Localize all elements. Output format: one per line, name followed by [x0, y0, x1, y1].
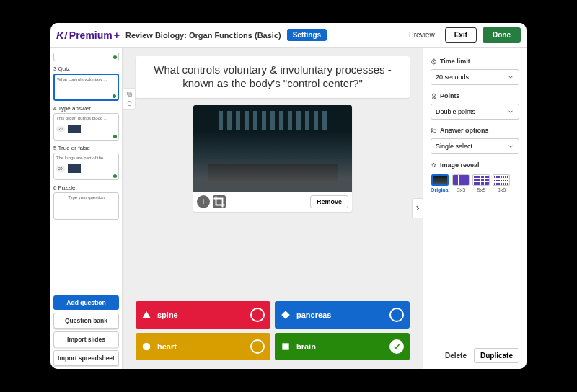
time-limit-label: Time limit — [431, 58, 519, 65]
media-card: i Remove — [193, 105, 352, 212]
slide-item[interactable] — [53, 50, 119, 61]
slide-time: 20 — [56, 126, 65, 132]
question-bank-button[interactable]: Question bank — [53, 313, 119, 329]
editor-canvas: What controls voluntary & involuntary pr… — [123, 48, 423, 369]
topbar: K! Premium + Review Biology: Organ Funct… — [50, 23, 527, 48]
svg-rect-3 — [282, 343, 288, 349]
points-value: Double points — [436, 108, 475, 115]
correct-toggle[interactable] — [389, 339, 404, 354]
answer-option[interactable]: brain — [275, 333, 410, 360]
reveal-option-3x3[interactable]: 3x3 — [452, 174, 470, 192]
import-spreadsheet-button[interactable]: Import spreadsheet — [53, 350, 119, 366]
answer-options-label: Answer options — [431, 127, 519, 134]
answer-grid: spine pancreas heart brain — [136, 301, 410, 360]
question-text[interactable]: What controls voluntary & involuntary pr… — [136, 56, 410, 98]
settings-button[interactable]: Settings — [287, 29, 327, 41]
answer-text: heart — [157, 342, 177, 351]
reveal-label: Original — [431, 187, 449, 192]
reveal-option-8x8[interactable]: 8x8 — [493, 174, 510, 192]
brand-k: K! — [56, 29, 68, 41]
exit-button[interactable]: Exit — [445, 27, 477, 43]
thumb-image-icon — [68, 125, 81, 133]
reveal-label: 8x8 — [498, 187, 506, 192]
preview-button[interactable]: Preview — [405, 28, 439, 42]
delete-slide-icon[interactable] — [125, 99, 133, 107]
slide-type: True or false — [58, 145, 90, 151]
add-question-button[interactable]: Add question — [53, 295, 119, 310]
reveal-option-original[interactable]: Original — [431, 174, 449, 192]
app-window: K! Premium + Review Biology: Organ Funct… — [50, 23, 527, 369]
triangle-icon — [141, 310, 151, 320]
thumb-image-icon — [68, 164, 81, 173]
slide-item[interactable]: 5 True or false The lungs are part of th… — [53, 145, 119, 180]
correct-toggle[interactable] — [250, 308, 265, 322]
done-button[interactable]: Done — [483, 27, 521, 43]
answer-text: brain — [296, 342, 316, 351]
slide-toolbox — [123, 88, 136, 110]
diamond-icon — [281, 310, 291, 320]
answer-text: pancreas — [296, 311, 331, 319]
slide-number: 3 — [53, 66, 56, 72]
svg-rect-1 — [127, 92, 131, 96]
info-icon[interactable]: i — [197, 195, 210, 208]
crop-icon[interactable] — [213, 195, 226, 208]
slide-list: 3 Quiz What controls voluntary ... 4 Typ… — [50, 48, 122, 293]
slide-sidebar: 3 Quiz What controls voluntary ... 4 Typ… — [50, 48, 123, 369]
points-label: Points — [431, 92, 519, 99]
answer-options-value: Single select — [436, 143, 472, 150]
slide-item[interactable]: 6 Puzzle Type your question — [53, 184, 119, 220]
slide-number: 5 — [53, 145, 56, 151]
settings-panel: Time limit 20 seconds Points Double poin… — [423, 48, 527, 369]
svg-point-5 — [433, 94, 436, 97]
status-dot-icon — [113, 94, 116, 98]
answer-option[interactable]: heart — [136, 333, 270, 360]
brand-plus-icon: + — [114, 30, 120, 41]
image-reveal-label: Image reveal — [431, 161, 519, 169]
status-dot-icon — [113, 135, 117, 138]
slide-preview-text: Type your question — [56, 195, 116, 200]
status-dot-icon — [113, 55, 117, 59]
correct-toggle[interactable] — [250, 339, 265, 354]
svg-rect-0 — [128, 93, 132, 97]
duplicate-button[interactable]: Duplicate — [474, 348, 519, 363]
correct-toggle[interactable] — [389, 308, 404, 322]
slide-type: Puzzle — [58, 184, 75, 191]
chevron-down-icon — [507, 143, 514, 150]
answer-options-select[interactable]: Single select — [431, 138, 519, 154]
brand-name: Premium — [69, 30, 113, 41]
points-select[interactable]: Double points — [431, 104, 519, 120]
duplicate-slide-icon[interactable] — [125, 90, 133, 98]
time-limit-value: 20 seconds — [436, 74, 469, 81]
slide-preview-text: What controls voluntary ... — [57, 77, 115, 81]
slide-time: 20 — [56, 166, 65, 172]
square-icon — [281, 342, 291, 352]
question-image[interactable] — [193, 105, 352, 192]
svg-point-2 — [143, 343, 151, 351]
remove-image-button[interactable]: Remove — [310, 195, 348, 208]
answer-option[interactable]: spine — [136, 301, 270, 329]
reveal-options: Original 3x3 5x5 8x8 — [431, 174, 519, 192]
slide-item[interactable]: 4 Type answer This organ pumps blood ...… — [53, 105, 119, 141]
reveal-label: 3x3 — [457, 187, 465, 192]
expand-panel-button[interactable] — [412, 198, 423, 218]
circle-icon — [141, 342, 151, 352]
slide-number: 6 — [53, 184, 56, 191]
import-slides-button[interactable]: Import slides — [53, 331, 119, 347]
chevron-down-icon — [507, 74, 514, 81]
slide-type: Quiz — [58, 66, 69, 72]
reveal-label: 5x5 — [477, 187, 485, 192]
quiz-title: Review Biology: Organ Functions (Basic) — [125, 31, 281, 40]
delete-button[interactable]: Delete — [442, 348, 470, 363]
svg-rect-6 — [431, 128, 433, 130]
slide-number: 4 — [53, 105, 56, 112]
answer-option[interactable]: pancreas — [275, 301, 410, 329]
time-limit-select[interactable]: 20 seconds — [431, 69, 519, 85]
status-dot-icon — [113, 174, 117, 178]
brand-logo: K! Premium + — [56, 29, 120, 41]
slide-type: Type answer — [58, 105, 90, 112]
answer-text: spine — [157, 311, 178, 319]
reveal-option-5x5[interactable]: 5x5 — [472, 174, 490, 192]
svg-rect-7 — [431, 131, 433, 133]
slide-item[interactable]: 3 Quiz What controls voluntary ... — [53, 66, 119, 101]
chevron-down-icon — [507, 108, 514, 115]
